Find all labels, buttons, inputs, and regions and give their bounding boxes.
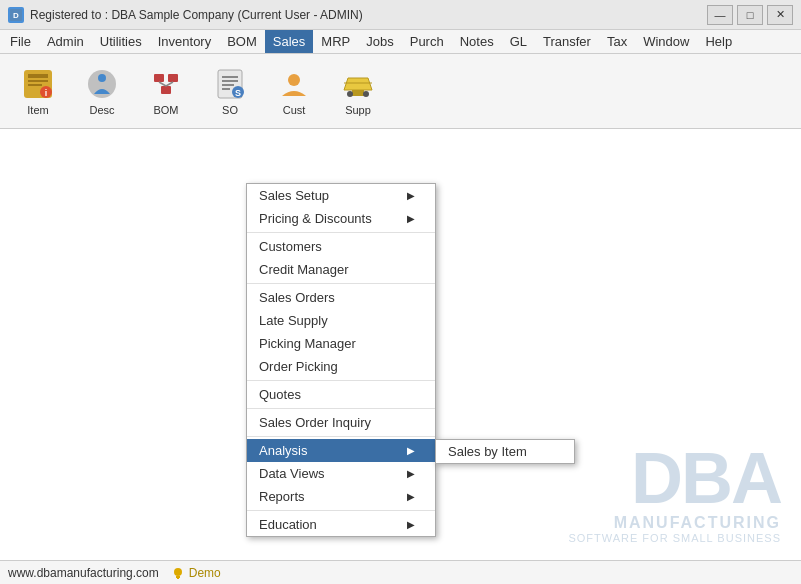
- separator-1: [247, 232, 435, 233]
- status-bar: www.dbamanufacturing.com Demo: [0, 560, 801, 584]
- svg-rect-29: [177, 578, 179, 579]
- menu-admin[interactable]: Admin: [39, 30, 92, 53]
- toolbar-bom-label: BOM: [153, 104, 178, 116]
- analysis-submenu: Sales by Item: [435, 439, 575, 464]
- svg-rect-17: [222, 80, 238, 82]
- toolbar-item-label: Item: [27, 104, 48, 116]
- menu-jobs[interactable]: Jobs: [358, 30, 401, 53]
- menu-sales[interactable]: Sales: [265, 30, 314, 53]
- menu-window[interactable]: Window: [635, 30, 697, 53]
- menu-mrp[interactable]: MRP: [313, 30, 358, 53]
- svg-rect-23: [352, 90, 364, 96]
- toolbar-supp-button[interactable]: Supp: [328, 59, 388, 124]
- menu-reports[interactable]: Reports ▶: [247, 485, 435, 508]
- menu-sales-by-item[interactable]: Sales by Item: [436, 440, 574, 463]
- menu-pricing-discounts[interactable]: Pricing & Discounts ▶: [247, 207, 435, 230]
- menu-sales-setup[interactable]: Sales Setup ▶: [247, 184, 435, 207]
- menu-quotes[interactable]: Quotes: [247, 383, 435, 406]
- toolbar-cust-button[interactable]: Cust: [264, 59, 324, 124]
- toolbar-cust-label: Cust: [283, 104, 306, 116]
- svg-line-14: [166, 82, 173, 86]
- menu-sales-order-inquiry[interactable]: Sales Order Inquiry: [247, 411, 435, 434]
- svg-rect-5: [28, 84, 42, 86]
- svg-rect-19: [222, 88, 230, 90]
- svg-rect-18: [222, 84, 234, 86]
- title-bar: D Registered to : DBA Sample Company (Cu…: [0, 0, 801, 30]
- svg-point-24: [347, 91, 353, 97]
- menu-order-picking[interactable]: Order Picking: [247, 355, 435, 378]
- lightbulb-icon: [171, 566, 185, 580]
- close-button[interactable]: ✕: [767, 5, 793, 25]
- separator-3: [247, 380, 435, 381]
- svg-rect-10: [154, 74, 164, 82]
- svg-text:i: i: [45, 88, 48, 98]
- separator-6: [247, 510, 435, 511]
- menu-gl[interactable]: GL: [502, 30, 535, 53]
- toolbar-desc-button[interactable]: Desc: [72, 59, 132, 124]
- menu-inventory[interactable]: Inventory: [150, 30, 219, 53]
- menu-help[interactable]: Help: [697, 30, 740, 53]
- separator-5: [247, 436, 435, 437]
- svg-line-13: [159, 82, 166, 86]
- menu-notes[interactable]: Notes: [452, 30, 502, 53]
- sales-setup-arrow: ▶: [407, 190, 415, 201]
- menu-file[interactable]: File: [2, 30, 39, 53]
- sales-dropdown-menu: Sales Setup ▶ Pricing & Discounts ▶ Cust…: [246, 183, 436, 537]
- menu-late-supply[interactable]: Late Supply: [247, 309, 435, 332]
- demo-label: Demo: [189, 566, 221, 580]
- menu-bar: File Admin Utilities Inventory BOM Sales…: [0, 30, 801, 54]
- status-demo: Demo: [171, 566, 221, 580]
- svg-text:S: S: [235, 88, 241, 98]
- minimize-button[interactable]: —: [707, 5, 733, 25]
- toolbar-bom-button[interactable]: BOM: [136, 59, 196, 124]
- watermark-dba: DBA: [568, 442, 781, 514]
- svg-rect-16: [222, 76, 238, 78]
- toolbar-so-label: SO: [222, 104, 238, 116]
- menu-purch[interactable]: Purch: [402, 30, 452, 53]
- menu-utilities[interactable]: Utilities: [92, 30, 150, 53]
- title-text: Registered to : DBA Sample Company (Curr…: [30, 8, 707, 22]
- toolbar: i Item Desc BOM: [0, 54, 801, 129]
- toolbar-supp-label: Supp: [345, 104, 371, 116]
- menu-bom[interactable]: BOM: [219, 30, 265, 53]
- watermark-manufacturing: MANUFACTURING: [568, 514, 781, 532]
- maximize-button[interactable]: □: [737, 5, 763, 25]
- data-views-arrow: ▶: [407, 468, 415, 479]
- svg-rect-26: [344, 82, 372, 84]
- analysis-arrow: ▶: [407, 445, 415, 456]
- menu-credit-manager[interactable]: Credit Manager: [247, 258, 435, 281]
- menu-transfer[interactable]: Transfer: [535, 30, 599, 53]
- pricing-discounts-arrow: ▶: [407, 213, 415, 224]
- svg-rect-11: [168, 74, 178, 82]
- separator-4: [247, 408, 435, 409]
- menu-sales-orders[interactable]: Sales Orders: [247, 286, 435, 309]
- svg-point-25: [363, 91, 369, 97]
- toolbar-desc-label: Desc: [89, 104, 114, 116]
- watermark: DBA MANUFACTURING SOFTWARE FOR SMALL BUS…: [568, 442, 781, 544]
- toolbar-item-button[interactable]: i Item: [8, 59, 68, 124]
- svg-text:D: D: [13, 11, 19, 20]
- svg-point-9: [98, 74, 106, 82]
- svg-point-27: [174, 568, 182, 576]
- menu-analysis[interactable]: Analysis ▶: [247, 439, 435, 462]
- svg-rect-4: [28, 80, 48, 82]
- menu-education[interactable]: Education ▶: [247, 513, 435, 536]
- app-icon: D: [8, 7, 24, 23]
- status-url: www.dbamanufacturing.com: [8, 566, 159, 580]
- svg-rect-3: [28, 74, 48, 78]
- menu-tax[interactable]: Tax: [599, 30, 635, 53]
- reports-arrow: ▶: [407, 491, 415, 502]
- menu-picking-manager[interactable]: Picking Manager: [247, 332, 435, 355]
- separator-2: [247, 283, 435, 284]
- analysis-container: Analysis ▶ Sales by Item: [247, 439, 435, 462]
- svg-rect-28: [176, 576, 180, 578]
- svg-rect-12: [161, 86, 171, 94]
- svg-point-22: [288, 74, 300, 86]
- education-arrow: ▶: [407, 519, 415, 530]
- watermark-subtitle: SOFTWARE FOR SMALL BUSINESS: [568, 532, 781, 544]
- menu-customers[interactable]: Customers: [247, 235, 435, 258]
- menu-data-views[interactable]: Data Views ▶: [247, 462, 435, 485]
- window-controls: — □ ✕: [707, 5, 793, 25]
- toolbar-so-button[interactable]: S SO: [200, 59, 260, 124]
- app-window: D Registered to : DBA Sample Company (Cu…: [0, 0, 801, 584]
